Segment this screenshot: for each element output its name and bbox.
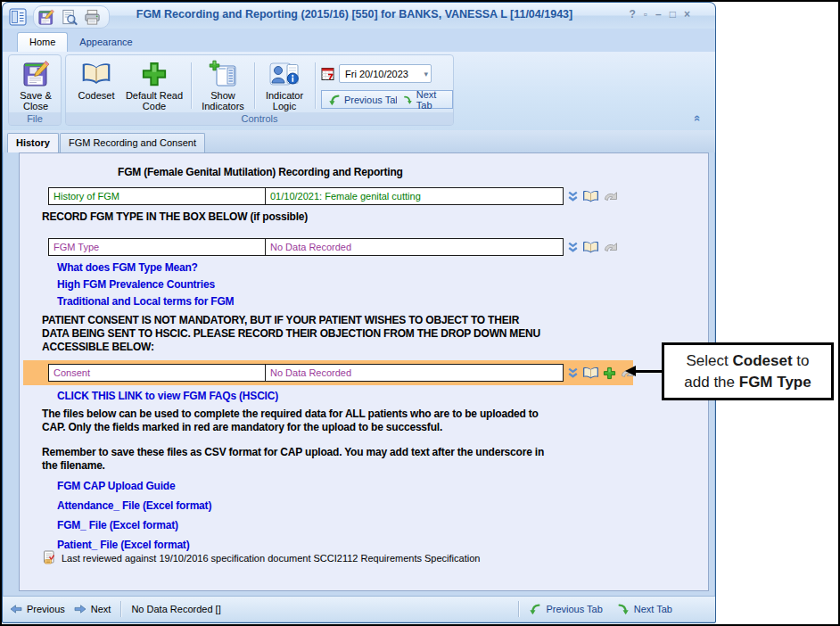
link-patient-file[interactable]: Patient_ File (Excel format) bbox=[57, 539, 189, 551]
field-fgm-type[interactable]: FGM Type No Data Recorded bbox=[48, 238, 564, 256]
codeset-book-icon[interactable] bbox=[582, 241, 599, 254]
window-controls: ? ▫ – □ × bbox=[629, 8, 690, 21]
indicator-logic-button[interactable]: Indicator Logic bbox=[258, 58, 311, 111]
curl-right-arrow-icon bbox=[403, 94, 413, 106]
tab-history[interactable]: History bbox=[7, 133, 59, 152]
ribbon-separator bbox=[191, 62, 192, 109]
calendar-icon bbox=[321, 67, 335, 83]
status-bar: Previous Next No Data Recorded [] Previo… bbox=[3, 596, 715, 622]
codeset-button[interactable]: Codeset bbox=[73, 58, 119, 111]
quick-access-toolbar bbox=[8, 5, 110, 29]
codeset-label: Codeset bbox=[78, 90, 115, 101]
indicator-logic-label: Indicator Logic bbox=[258, 90, 311, 111]
status-divider bbox=[518, 601, 519, 617]
next-button[interactable]: Next bbox=[72, 604, 119, 614]
tab-appearance[interactable]: Appearance bbox=[68, 33, 144, 52]
link-high-prevalence-countries[interactable]: High FGM Prevalence Countries bbox=[57, 278, 215, 291]
fullscreen-icon[interactable]: ▫ bbox=[644, 8, 647, 21]
chevron-down-icon[interactable] bbox=[567, 367, 579, 380]
date-value: Fri 20/10/2023 bbox=[342, 69, 424, 79]
save-close-icon bbox=[21, 58, 50, 90]
ribbon-group-file: Save & Close File bbox=[8, 54, 62, 126]
curl-left-arrow-icon bbox=[328, 94, 341, 106]
field-value: No Data Recorded bbox=[266, 239, 563, 255]
link-fgm-file[interactable]: FGM_ File (Excel format) bbox=[57, 519, 178, 531]
next-tab-button[interactable]: Next Tab bbox=[397, 90, 453, 109]
next-tab-button-status[interactable]: Next Tab bbox=[610, 603, 679, 615]
menu-icon[interactable] bbox=[8, 7, 28, 27]
show-indicators-label: Show Indicators bbox=[194, 90, 251, 111]
indicator-logic-icon bbox=[269, 58, 300, 90]
chevron-down-icon[interactable]: ▾ bbox=[424, 70, 428, 78]
ribbon-tab-strip: Home Appearance bbox=[3, 29, 715, 52]
previous-tab-button-status[interactable]: Previous Tab bbox=[522, 603, 609, 615]
show-indicators-icon bbox=[209, 58, 237, 90]
link-traditional-local-terms[interactable]: Traditional and Local terms for FGM bbox=[57, 295, 234, 308]
field-actions bbox=[567, 187, 619, 205]
undo-icon[interactable] bbox=[603, 241, 619, 253]
field-history-of-fgm[interactable]: History of FGM 01/10/2021: Female genita… bbox=[48, 187, 564, 205]
ribbon-separator bbox=[315, 62, 316, 109]
ribbon: Save & Close File Codeset Default Read C… bbox=[3, 52, 715, 131]
callout-annotation: Select Codeset to add the FGM Type bbox=[662, 342, 834, 400]
show-indicators-button[interactable]: Show Indicators bbox=[194, 58, 251, 111]
save-icon[interactable] bbox=[36, 7, 55, 27]
default-read-code-icon bbox=[141, 58, 168, 90]
codeset-book-icon[interactable] bbox=[582, 367, 599, 380]
record-status: No Data Recorded [] bbox=[124, 604, 227, 614]
window-title: FGM Recording and Reporting (2015/16) [5… bbox=[110, 8, 599, 21]
field-consent[interactable]: Consent No Data Recorded bbox=[48, 364, 564, 382]
next-label: Next bbox=[91, 604, 111, 614]
minimize-icon[interactable]: – bbox=[655, 8, 662, 21]
tab-home[interactable]: Home bbox=[17, 32, 68, 52]
print-icon[interactable] bbox=[82, 7, 102, 27]
status-divider bbox=[120, 601, 121, 617]
page-title: FGM (Female Genital Mutilation) Recordin… bbox=[118, 166, 403, 179]
ribbon-collapse-icon[interactable]: « bbox=[691, 115, 704, 121]
quick-access-group bbox=[33, 5, 110, 29]
group-caption-controls: Controls bbox=[66, 112, 453, 125]
reviewed-note: Last reviewed against 19/10/2016 specifi… bbox=[42, 550, 480, 566]
add-code-plus-icon[interactable] bbox=[603, 367, 616, 380]
close-icon[interactable]: × bbox=[684, 8, 690, 21]
previous-tab-button[interactable]: Previous Tab bbox=[321, 90, 408, 109]
chevron-down-icon[interactable] bbox=[567, 190, 579, 203]
field-value: No Data Recorded bbox=[266, 365, 563, 381]
default-read-code-label: Default Read Code bbox=[121, 90, 187, 111]
content-panel: FGM (Female Genital Mutilation) Recordin… bbox=[19, 152, 709, 591]
help-icon[interactable]: ? bbox=[629, 8, 635, 21]
curl-right-arrow-icon bbox=[617, 603, 630, 615]
print-preview-icon[interactable] bbox=[59, 7, 78, 27]
note-icon bbox=[42, 550, 56, 566]
ribbon-separator bbox=[254, 62, 255, 109]
previous-label: Previous bbox=[27, 604, 65, 614]
field-label: Consent bbox=[49, 365, 266, 381]
default-read-code-button[interactable]: Default Read Code bbox=[121, 58, 187, 111]
link-cap-upload-guide[interactable]: FGM CAP Upload Guide bbox=[57, 480, 175, 492]
app-window: FGM Recording and Reporting (2015/16) [5… bbox=[2, 2, 716, 623]
right-arrow-icon bbox=[74, 605, 86, 614]
next-tab-label: Next Tab bbox=[634, 604, 672, 614]
callout-line-1: Select Codeset to bbox=[687, 350, 810, 372]
title-bar: FGM Recording and Reporting (2015/16) [5… bbox=[3, 3, 715, 29]
chevron-down-icon[interactable] bbox=[567, 241, 579, 254]
previous-button[interactable]: Previous bbox=[3, 604, 72, 614]
previous-tab-label: Previous Tab bbox=[344, 95, 400, 105]
ribbon-group-controls: Codeset Default Read Code Show Indicator… bbox=[65, 54, 454, 126]
maximize-icon[interactable]: □ bbox=[670, 8, 676, 21]
link-fgm-type-meaning[interactable]: What does FGM Type Mean? bbox=[57, 261, 198, 274]
save-close-label: Save & Close bbox=[12, 90, 60, 111]
codeset-book-icon[interactable] bbox=[582, 190, 599, 203]
save-close-button[interactable]: Save & Close bbox=[12, 58, 60, 111]
status-right-pane: Previous Tab Next Tab bbox=[515, 601, 715, 617]
link-fgm-faqs[interactable]: CLICK THIS LINK to view FGM FAQs (HSCIC) bbox=[57, 390, 278, 402]
consent-paragraph: PATIENT CONSENT IS NOT MANDATORY, BUT IF… bbox=[42, 314, 540, 354]
date-picker[interactable]: Fri 20/10/2023 ▾ bbox=[339, 64, 432, 83]
undo-icon[interactable] bbox=[603, 190, 619, 202]
callout-arrow-head bbox=[625, 366, 636, 376]
curl-left-arrow-icon bbox=[529, 603, 541, 615]
callout-line-2: add the FGM Type bbox=[684, 372, 811, 393]
link-attendance-file[interactable]: Attendance_ File (Excel format) bbox=[57, 499, 211, 512]
field-actions bbox=[567, 238, 619, 256]
tab-fgm-recording-and-consent[interactable]: FGM Recording and Consent bbox=[60, 133, 205, 152]
